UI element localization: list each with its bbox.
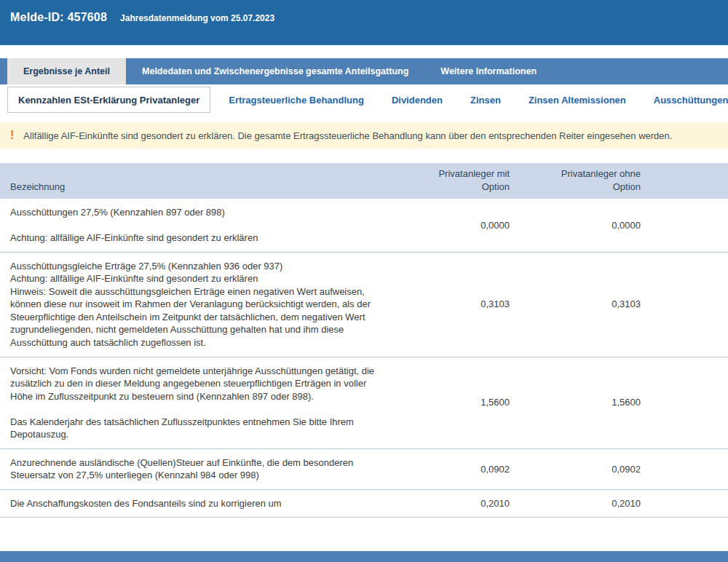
value-privatanleger-mit-option: 1,5600: [393, 396, 510, 409]
value-privatanleger-mit-option: 0,0902: [393, 463, 510, 476]
value-privatanleger-mit-option: 0,3103: [393, 298, 510, 311]
results-table: Bezeichnung Privatanleger mit Option Pri…: [0, 163, 728, 518]
row-description: Anzurechnende ausländische (Quellen)Steu…: [0, 456, 393, 482]
row-description: Vorsicht: Vom Fonds wurden nicht gemelde…: [0, 365, 393, 441]
warning-text: Allfällige AIF-Einkünfte sind gesondert …: [23, 130, 672, 141]
table-row-2: Vorsicht: Vom Fonds wurden nicht gemelde…: [0, 357, 728, 448]
table-row-3: Anzurechnende ausländische (Quellen)Steu…: [0, 448, 728, 489]
sub-tab-0[interactable]: Kennzahlen ESt-Erklärung Privatanleger: [7, 87, 210, 113]
value-privatanleger-mit-option: 0,0000: [393, 219, 510, 232]
main-tab-bar: Ergebnisse je AnteilMeldedaten und Zwisc…: [0, 58, 728, 84]
row-description: Die Anschaffungskosten des Fondsanteils …: [0, 497, 393, 510]
header-bar: Melde-ID: 457608 Jahresdatenmeldung vom …: [0, 0, 728, 45]
main-tab-0[interactable]: Ergebnisse je Anteil: [7, 58, 126, 84]
value-privatanleger-ohne-option: 0,0902: [510, 463, 641, 476]
sub-tab-bar: Kennzahlen ESt-Erklärung PrivatanlegerEr…: [0, 84, 728, 115]
column-header-privatanleger-ohne-option: Privatanleger ohne Option: [510, 167, 641, 193]
sub-tab-2[interactable]: Dividenden: [378, 95, 456, 106]
bottom-bar: [0, 551, 728, 562]
value-privatanleger-mit-option: 0,2010: [393, 497, 510, 510]
column-header-bezeichnung: Bezeichnung: [0, 181, 393, 194]
app-window: Melde-ID: 457608 Jahresdatenmeldung vom …: [0, 0, 728, 518]
row-description: Ausschüttungsgleiche Erträge 27,5% (Kenn…: [0, 260, 393, 349]
sub-tab-4[interactable]: Zinsen Altemissionen: [515, 95, 640, 106]
sub-tab-1[interactable]: Ertragsteuerliche Behandlung: [215, 95, 378, 106]
warning-exclamation-icon: !: [10, 130, 14, 141]
table-row-1: Ausschüttungsgleiche Erträge 27,5% (Kenn…: [0, 252, 728, 357]
main-tab-2[interactable]: Weitere Informationen: [424, 58, 553, 84]
main-tab-1[interactable]: Meldedaten und Zwischenergebnisse gesamt…: [126, 58, 424, 84]
table-row-4: Die Anschaffungskosten des Fondsanteils …: [0, 489, 728, 518]
value-privatanleger-ohne-option: 0,2010: [510, 497, 641, 510]
value-privatanleger-ohne-option: 0,3103: [510, 298, 641, 311]
melde-id: Melde-ID: 457608: [10, 11, 107, 24]
column-header-privatanleger-mit-option: Privatanleger mit Option: [393, 167, 510, 193]
value-privatanleger-ohne-option: 0,0000: [510, 219, 641, 232]
table-body: Ausschüttungen 27,5% (Kennzahlen 897 ode…: [0, 199, 728, 518]
sub-tab-3[interactable]: Zinsen: [456, 95, 515, 106]
warning-banner: ! Allfällige AIF-Einkünfte sind gesonder…: [0, 122, 728, 149]
header-subtitle: Jahresdatenmeldung vom 25.07.2023: [120, 13, 274, 23]
row-description: Ausschüttungen 27,5% (Kennzahlen 897 ode…: [0, 206, 393, 245]
value-privatanleger-ohne-option: 1,5600: [510, 396, 641, 409]
sub-tab-5[interactable]: Ausschüttungen S: [640, 95, 728, 106]
table-row-0: Ausschüttungen 27,5% (Kennzahlen 897 ode…: [0, 199, 728, 252]
table-header-row: Bezeichnung Privatanleger mit Option Pri…: [0, 163, 728, 199]
